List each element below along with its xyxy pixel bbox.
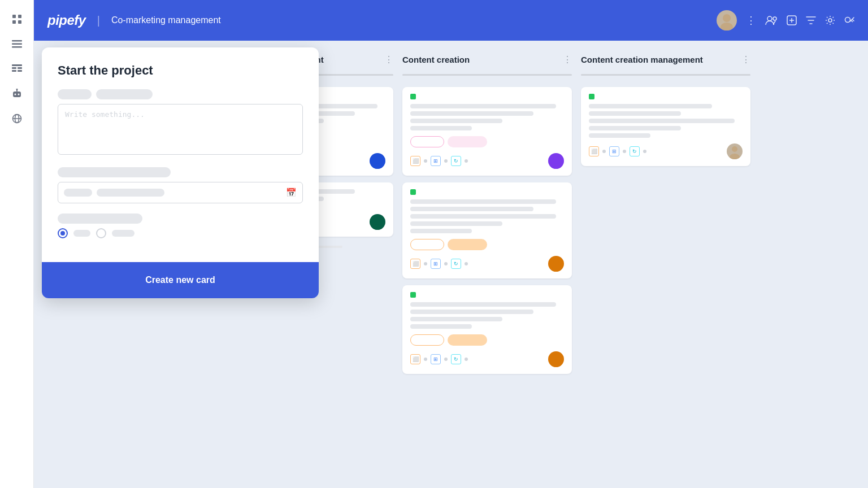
radio-inner xyxy=(60,231,65,236)
column-menu-4[interactable]: ⋮ xyxy=(741,54,750,65)
svg-point-40 xyxy=(730,154,740,159)
line xyxy=(410,324,472,329)
badge-orange-outline xyxy=(410,334,444,346)
date-input[interactable]: 📅 xyxy=(58,182,303,203)
badge-pink-outline xyxy=(410,136,444,147)
svg-point-14 xyxy=(18,94,19,95)
line xyxy=(410,199,556,204)
sidebar-icon-bot[interactable] xyxy=(7,84,27,104)
card-4-1: ⬜ ⊞ ↻ xyxy=(581,87,750,166)
sidebar-icon-grid[interactable] xyxy=(7,9,27,29)
radio-option-1[interactable] xyxy=(58,228,68,238)
line xyxy=(410,310,533,314)
card-icon-blue[interactable]: ⊞ xyxy=(431,259,441,269)
card-3-1: ⬜ ⊞ ↻ xyxy=(402,87,572,176)
user-avatar[interactable] xyxy=(717,10,737,30)
card-icon-blue[interactable]: ⊞ xyxy=(431,156,441,166)
card-tags xyxy=(410,189,564,195)
card-3-2: ⬜ ⊞ ↻ xyxy=(402,182,572,278)
form-field-1 xyxy=(58,89,303,157)
card-action-icons: ⬜ ⊞ ↻ xyxy=(589,146,646,156)
svg-point-21 xyxy=(721,23,733,30)
svg-point-29 xyxy=(375,156,380,162)
card-icon[interactable]: ⬜ xyxy=(410,156,420,166)
line xyxy=(410,302,556,307)
badge-orange-filled xyxy=(448,239,487,250)
svg-point-37 xyxy=(553,354,559,360)
form-label-row-radio xyxy=(58,213,303,224)
create-card-button[interactable]: Create new card xyxy=(42,262,319,298)
card-tags xyxy=(589,94,743,99)
card-icon-blue[interactable]: ⊞ xyxy=(431,354,441,364)
sidebar-icon-globe[interactable] xyxy=(7,108,27,129)
card-lines xyxy=(410,104,564,130)
header-settings-icon[interactable] xyxy=(825,15,835,25)
card-lines xyxy=(589,104,743,138)
radio-option-2[interactable] xyxy=(96,228,106,238)
card-dot xyxy=(465,159,468,163)
header-filter-icon[interactable] xyxy=(806,16,816,25)
board: Company analysis + ⋮ xyxy=(34,41,868,488)
card-avatar xyxy=(548,351,564,367)
svg-rect-10 xyxy=(12,70,16,72)
tag-green xyxy=(589,94,594,99)
column-title-3: Content creation xyxy=(402,55,558,64)
header-more-icon[interactable]: ⋮ xyxy=(746,14,756,27)
header-key-icon[interactable] xyxy=(844,15,854,25)
card-icon-cyan[interactable]: ↻ xyxy=(630,146,640,156)
sidebar-icon-table[interactable] xyxy=(7,59,27,79)
card-icon-blue[interactable]: ⊞ xyxy=(609,146,619,156)
header-export-icon[interactable] xyxy=(787,15,797,25)
date-chip-2 xyxy=(97,189,164,197)
card-avatar xyxy=(548,153,564,169)
card-avatar xyxy=(727,143,743,159)
card-icon[interactable]: ⬜ xyxy=(589,146,599,156)
date-chip-1 xyxy=(64,189,92,197)
column-menu-2[interactable]: ⋮ xyxy=(384,54,393,65)
line xyxy=(410,207,533,211)
card-icon[interactable]: ⬜ xyxy=(410,354,420,364)
column-progress-3 xyxy=(402,74,572,76)
card-footer: ⬜ ⊞ ↻ xyxy=(410,351,564,367)
column-header-3: Content creation ⋮ xyxy=(402,54,572,65)
card-action-icons: ⬜ ⊞ ↻ xyxy=(410,156,468,166)
badge-orange-filled xyxy=(448,334,487,346)
card-lines xyxy=(410,302,564,329)
sidebar-icon-list[interactable] xyxy=(7,34,27,54)
svg-point-38 xyxy=(551,361,561,367)
card-icon[interactable]: ⬜ xyxy=(410,259,420,269)
card-icon-cyan[interactable]: ↻ xyxy=(451,354,461,364)
svg-point-23 xyxy=(773,17,776,20)
svg-rect-4 xyxy=(12,40,22,42)
line xyxy=(589,111,681,116)
card-tags xyxy=(410,292,564,298)
column-content-management: Content creation management ⋮ xyxy=(581,54,750,474)
card-3-3: ⬜ ⊞ ↻ xyxy=(402,285,572,374)
column-menu-3[interactable]: ⋮ xyxy=(563,54,572,65)
card-avatar xyxy=(548,256,564,272)
calendar-icon[interactable]: 📅 xyxy=(286,188,297,198)
radio-label-2 xyxy=(112,230,134,237)
card-dot xyxy=(465,262,468,265)
card-badges xyxy=(410,136,564,147)
header-right: ⋮ xyxy=(717,10,854,30)
svg-point-26 xyxy=(845,18,850,23)
card-icon-cyan[interactable]: ↻ xyxy=(451,259,461,269)
card-action-icons: ⬜ ⊞ ↻ xyxy=(410,354,468,364)
card-icon-cyan[interactable]: ↻ xyxy=(451,156,461,166)
svg-point-25 xyxy=(828,19,832,22)
form-label-chip xyxy=(58,89,92,99)
svg-point-34 xyxy=(551,163,561,169)
form-textarea[interactable] xyxy=(58,104,303,155)
svg-rect-5 xyxy=(12,43,22,45)
line xyxy=(589,133,650,138)
line xyxy=(410,126,472,130)
form-field-date: 📅 xyxy=(58,167,303,203)
line xyxy=(410,317,502,321)
line xyxy=(410,229,472,233)
form-label-chip xyxy=(96,89,153,99)
svg-point-31 xyxy=(375,217,380,223)
header-members-icon[interactable] xyxy=(765,15,778,25)
form-field-radio xyxy=(58,213,303,238)
sidebar xyxy=(0,0,34,488)
